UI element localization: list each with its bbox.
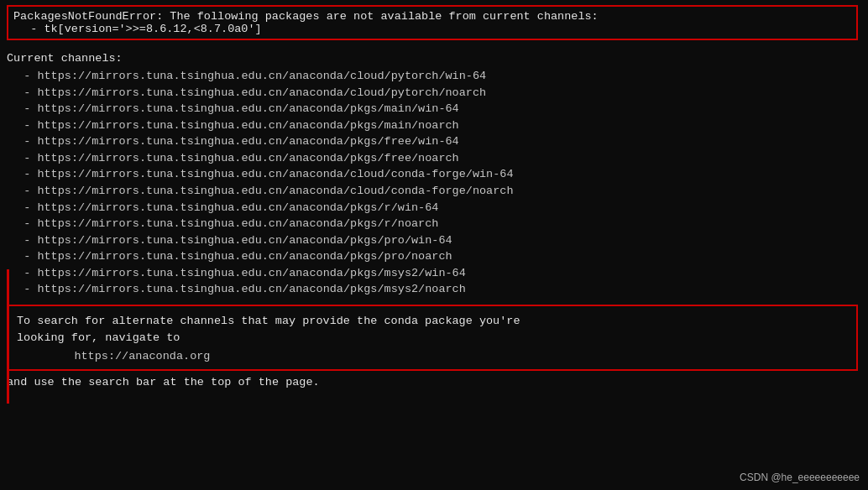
channel-item-5: - https://mirrors.tuna.tsinghua.edu.cn/a… — [7, 150, 861, 167]
csdn-watermark: CSDN @he_eeeeeeeeeee — [740, 472, 860, 483]
channel-item-4: - https://mirrors.tuna.tsinghua.edu.cn/a… — [7, 133, 861, 150]
channel-item-7: - https://mirrors.tuna.tsinghua.edu.cn/a… — [7, 183, 861, 200]
channel-item-13: - https://mirrors.tuna.tsinghua.edu.cn/a… — [7, 281, 861, 298]
channel-item-0: - https://mirrors.tuna.tsinghua.edu.cn/a… — [7, 68, 861, 85]
package-item-text: - tk[version='>>=8.6.12,<8.7.0a0'] — [13, 23, 262, 35]
channel-item-11: - https://mirrors.tuna.tsinghua.edu.cn/a… — [7, 248, 861, 265]
channel-item-6: - https://mirrors.tuna.tsinghua.edu.cn/a… — [7, 166, 861, 183]
footer-line: and use the search bar at the top of the… — [7, 376, 861, 388]
channel-item-1: - https://mirrors.tuna.tsinghua.edu.cn/a… — [7, 85, 861, 102]
error-header-text: PackagesNotFoundError: The following pac… — [13, 10, 599, 23]
bottom-text-line1: To search for alternate channels that ma… — [17, 315, 520, 327]
channel-item-12: - https://mirrors.tuna.tsinghua.edu.cn/a… — [7, 265, 861, 282]
channel-item-10: - https://mirrors.tuna.tsinghua.edu.cn/a… — [7, 232, 861, 249]
channel-item-8: - https://mirrors.tuna.tsinghua.edu.cn/a… — [7, 200, 861, 216]
channel-item-9: - https://mirrors.tuna.tsinghua.edu.cn/a… — [7, 216, 861, 232]
channels-header-text: Current channels: — [7, 52, 861, 65]
anaconda-url: https://anaconda.org — [17, 350, 848, 362]
error-box-top: PackagesNotFoundError: The following pac… — [7, 5, 858, 40]
terminal-container: PackagesNotFoundError: The following pac… — [0, 0, 868, 490]
bottom-text-line2: looking for, navigate to — [17, 331, 180, 344]
channel-item-2: - https://mirrors.tuna.tsinghua.edu.cn/a… — [7, 101, 861, 117]
channels-list: - https://mirrors.tuna.tsinghua.edu.cn/a… — [7, 68, 861, 298]
channel-item-3: - https://mirrors.tuna.tsinghua.edu.cn/a… — [7, 117, 861, 134]
left-red-bar — [7, 269, 9, 404]
bottom-suggestion-box: To search for alternate channels that ma… — [7, 305, 858, 372]
